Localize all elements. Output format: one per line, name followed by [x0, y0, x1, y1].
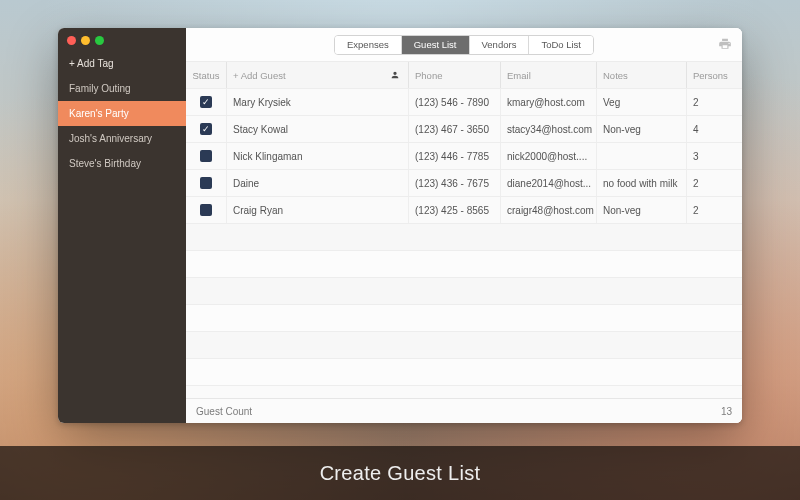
cell-name[interactable]: Craig Ryan	[226, 197, 408, 223]
table-row-empty	[186, 251, 742, 278]
cell-phone[interactable]: (123) 446 - 7785	[408, 143, 500, 169]
add-tag-button[interactable]: + Add Tag	[58, 51, 186, 76]
table-row-empty	[186, 224, 742, 251]
table-header-row: Status + Add Guest Phone Email Notes Per…	[186, 62, 742, 89]
cell-persons[interactable]: 3	[686, 143, 736, 169]
tab-vendors[interactable]: Vendors	[470, 36, 530, 54]
guest-count-label: Guest Count	[196, 406, 252, 417]
sidebar-item-2[interactable]: Josh's Anniversary	[58, 126, 186, 151]
tab-bar: ExpensesGuest ListVendorsToDo List	[334, 35, 594, 55]
cell-email[interactable]: stacy34@host.com	[500, 116, 596, 142]
status-checkbox[interactable]	[200, 150, 212, 162]
cell-persons[interactable]: 4	[686, 116, 736, 142]
table-row[interactable]: Stacy Kowal(123) 467 - 3650stacy34@host.…	[186, 116, 742, 143]
cell-persons[interactable]: 2	[686, 197, 736, 223]
caption-bar: Create Guest List	[0, 446, 800, 500]
cell-phone[interactable]: (123) 425 - 8565	[408, 197, 500, 223]
tab-todo-list[interactable]: ToDo List	[529, 36, 593, 54]
cell-name[interactable]: Nick Klingaman	[226, 143, 408, 169]
col-status: Status	[186, 70, 226, 81]
cell-phone[interactable]: (123) 436 - 7675	[408, 170, 500, 196]
sidebar-item-1[interactable]: Karen's Party	[58, 101, 186, 126]
status-checkbox[interactable]	[200, 177, 212, 189]
caption-text: Create Guest List	[320, 462, 481, 485]
table-row-empty	[186, 278, 742, 305]
guest-table: Status + Add Guest Phone Email Notes Per…	[186, 62, 742, 398]
sidebar-item-0[interactable]: Family Outing	[58, 76, 186, 101]
app-window: + Add Tag Family OutingKaren's PartyJosh…	[58, 28, 742, 423]
cell-phone[interactable]: (123) 467 - 3650	[408, 116, 500, 142]
toolbar: ExpensesGuest ListVendorsToDo List	[186, 28, 742, 62]
zoom-window-button[interactable]	[95, 36, 104, 45]
sidebar: + Add Tag Family OutingKaren's PartyJosh…	[58, 28, 186, 423]
cell-notes[interactable]: Veg	[596, 89, 686, 115]
status-checkbox[interactable]	[200, 123, 212, 135]
footer: Guest Count 13	[186, 398, 742, 423]
table-row-empty	[186, 359, 742, 386]
window-controls	[58, 28, 186, 51]
main-panel: ExpensesGuest ListVendorsToDo List Statu…	[186, 28, 742, 423]
cell-email[interactable]: craigr48@host.com	[500, 197, 596, 223]
col-email: Email	[500, 62, 596, 88]
sidebar-item-3[interactable]: Steve's Birthday	[58, 151, 186, 176]
guest-count-total: 13	[721, 406, 732, 417]
person-icon	[390, 70, 400, 80]
cell-name[interactable]: Stacy Kowal	[226, 116, 408, 142]
col-persons: Persons	[686, 62, 736, 88]
cell-email[interactable]: diane2014@host...	[500, 170, 596, 196]
cell-name[interactable]: Daine	[226, 170, 408, 196]
status-checkbox[interactable]	[200, 204, 212, 216]
col-name-add-guest[interactable]: + Add Guest	[226, 62, 408, 88]
cell-notes[interactable]: Non-veg	[596, 197, 686, 223]
table-row-empty	[186, 332, 742, 359]
status-checkbox[interactable]	[200, 96, 212, 108]
cell-name[interactable]: Mary Krysiek	[226, 89, 408, 115]
table-row-empty	[186, 305, 742, 332]
table-row[interactable]: Craig Ryan(123) 425 - 8565craigr48@host.…	[186, 197, 742, 224]
minimize-window-button[interactable]	[81, 36, 90, 45]
cell-notes[interactable]: Non-veg	[596, 116, 686, 142]
add-guest-label: + Add Guest	[233, 70, 286, 81]
table-row[interactable]: Mary Krysiek(123) 546 - 7890kmary@host.c…	[186, 89, 742, 116]
cell-email[interactable]: nick2000@host....	[500, 143, 596, 169]
print-icon[interactable]	[718, 37, 732, 51]
close-window-button[interactable]	[67, 36, 76, 45]
cell-persons[interactable]: 2	[686, 89, 736, 115]
cell-notes[interactable]: no food with milk	[596, 170, 686, 196]
tab-guest-list[interactable]: Guest List	[402, 36, 470, 54]
table-row[interactable]: Daine(123) 436 - 7675diane2014@host...no…	[186, 170, 742, 197]
col-phone: Phone	[408, 62, 500, 88]
table-row[interactable]: Nick Klingaman(123) 446 - 7785nick2000@h…	[186, 143, 742, 170]
cell-phone[interactable]: (123) 546 - 7890	[408, 89, 500, 115]
tab-expenses[interactable]: Expenses	[335, 36, 402, 54]
cell-notes[interactable]	[596, 143, 686, 169]
cell-email[interactable]: kmary@host.com	[500, 89, 596, 115]
col-notes: Notes	[596, 62, 686, 88]
cell-persons[interactable]: 2	[686, 170, 736, 196]
